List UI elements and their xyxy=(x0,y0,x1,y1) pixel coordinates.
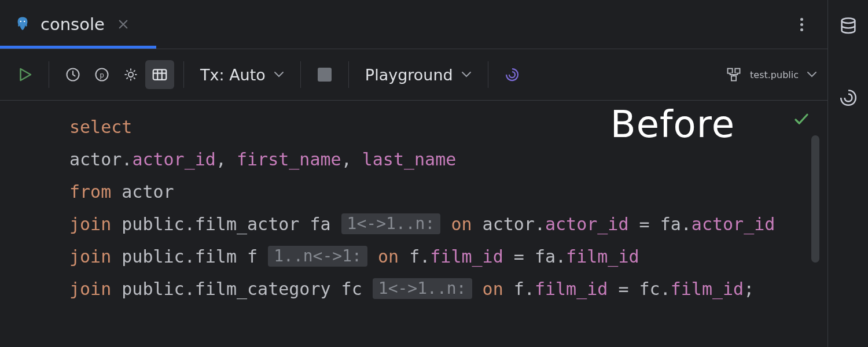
history-button[interactable] xyxy=(58,60,87,89)
svg-point-1 xyxy=(24,21,25,23)
chevron-down-icon xyxy=(807,71,817,78)
schema-selector[interactable]: test.public xyxy=(726,67,817,83)
svg-point-10 xyxy=(841,19,855,24)
overlay-before-label: Before xyxy=(610,103,735,146)
code-line[interactable]: from actor xyxy=(69,176,827,208)
database-tool-window-button[interactable] xyxy=(838,16,858,36)
session-selector[interactable]: Playground xyxy=(358,60,479,89)
svg-rect-6 xyxy=(153,69,167,80)
toolbar-separator xyxy=(488,61,488,88)
code-line[interactable]: join public.film f 1..n<->1: on f.film_i… xyxy=(69,241,827,273)
cardinality-hint: 1<->1..n: xyxy=(341,213,441,234)
stop-button[interactable] xyxy=(310,60,339,89)
toolbar-separator xyxy=(300,61,301,88)
svg-text:p: p xyxy=(100,71,104,79)
svg-rect-9 xyxy=(731,76,736,80)
schema-icon xyxy=(726,67,742,83)
run-button[interactable] xyxy=(10,60,39,89)
right-tool-strip xyxy=(827,0,868,347)
toolbar-separator xyxy=(348,61,349,88)
editor-area[interactable]: Before select actor.actor_id, first_name… xyxy=(0,101,827,347)
tx-mode-selector[interactable]: Tx: Auto xyxy=(193,60,291,89)
toolbar-separator xyxy=(49,61,49,88)
tab-overflow-menu-button[interactable] xyxy=(792,14,811,34)
toolbar: p Tx: Auto Playground xyxy=(0,49,827,101)
tab-active-indicator xyxy=(0,46,156,49)
cardinality-hint: 1<->1..n: xyxy=(373,278,472,299)
inspection-ok-icon[interactable] xyxy=(793,111,810,128)
output-mode-button[interactable] xyxy=(145,60,174,89)
stop-icon xyxy=(318,68,332,82)
svg-rect-8 xyxy=(735,69,740,73)
editor-scrollbar[interactable] xyxy=(811,135,819,263)
tab-console[interactable]: console xyxy=(0,0,146,49)
ai-tool-window-button[interactable] xyxy=(838,88,858,108)
svg-point-0 xyxy=(20,21,22,23)
app-root: console p xyxy=(0,0,868,347)
main-column: console p xyxy=(0,0,827,347)
code-line[interactable]: join public.film_category fc 1<->1..n: o… xyxy=(69,273,827,305)
postgres-icon xyxy=(14,16,31,33)
tab-bar: console xyxy=(0,0,827,49)
ai-assistant-button[interactable] xyxy=(498,60,527,89)
chevron-down-icon xyxy=(461,71,472,78)
svg-rect-7 xyxy=(728,69,733,73)
code-line[interactable]: actor.actor_id, first_name, last_name xyxy=(69,143,827,176)
close-icon[interactable] xyxy=(114,15,133,34)
schema-label: test.public xyxy=(750,69,799,80)
session-label: Playground xyxy=(365,66,453,84)
toolbar-separator xyxy=(183,61,184,88)
cardinality-hint: 1..n<->1: xyxy=(268,246,367,267)
tab-title: console xyxy=(41,14,105,34)
explain-plan-button[interactable]: p xyxy=(87,60,116,89)
code-line[interactable]: join public.film_actor fa 1<->1..n: on a… xyxy=(69,208,827,241)
settings-button[interactable] xyxy=(116,60,145,89)
tx-mode-label: Tx: Auto xyxy=(200,66,266,84)
svg-point-5 xyxy=(128,72,133,77)
chevron-down-icon xyxy=(274,71,284,78)
